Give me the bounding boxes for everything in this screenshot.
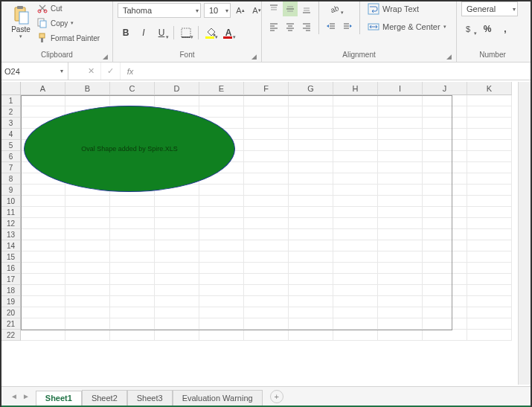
- cell[interactable]: [244, 218, 289, 229]
- cell[interactable]: [289, 118, 333, 129]
- cell[interactable]: [65, 196, 110, 207]
- cell[interactable]: [423, 173, 467, 185]
- cell[interactable]: [65, 218, 110, 229]
- cell[interactable]: [467, 106, 512, 118]
- cell[interactable]: [378, 251, 423, 263]
- column-header[interactable]: J: [423, 82, 467, 95]
- cell[interactable]: [110, 207, 155, 218]
- borders-button[interactable]: [178, 25, 194, 41]
- cell[interactable]: [378, 229, 423, 240]
- font-color-button[interactable]: A: [220, 25, 237, 41]
- cell[interactable]: [289, 196, 333, 207]
- cell[interactable]: [199, 218, 244, 229]
- row-header[interactable]: 15: [1, 251, 21, 263]
- cell[interactable]: [199, 318, 244, 330]
- cell[interactable]: [333, 263, 378, 274]
- cell[interactable]: [333, 118, 378, 129]
- cell[interactable]: [21, 274, 65, 285]
- cell[interactable]: [155, 285, 199, 296]
- row-header[interactable]: 8: [1, 173, 21, 185]
- cell[interactable]: [244, 173, 289, 185]
- cell[interactable]: [467, 330, 512, 341]
- cancel-formula-button[interactable]: ✕: [82, 63, 101, 80]
- cell[interactable]: [21, 307, 65, 318]
- cell[interactable]: [289, 330, 333, 341]
- cell[interactable]: [65, 251, 110, 263]
- cell[interactable]: [423, 274, 467, 285]
- number-format-combo[interactable]: General▾: [461, 1, 518, 16]
- cell[interactable]: [423, 151, 467, 162]
- cell[interactable]: [423, 95, 467, 106]
- cell[interactable]: [289, 307, 333, 318]
- cell[interactable]: [467, 251, 512, 263]
- cell[interactable]: [423, 285, 467, 296]
- cell[interactable]: [21, 185, 65, 196]
- cell[interactable]: [423, 240, 467, 251]
- align-left-button[interactable]: [266, 19, 281, 34]
- dialog-launcher-icon[interactable]: ◢: [446, 53, 454, 60]
- cell[interactable]: [467, 118, 512, 129]
- cell[interactable]: [21, 330, 65, 341]
- cell[interactable]: [378, 285, 423, 296]
- cell[interactable]: [467, 151, 512, 162]
- cell[interactable]: [333, 330, 378, 341]
- increase-indent-button[interactable]: [340, 19, 355, 34]
- cell[interactable]: [199, 274, 244, 285]
- cell[interactable]: [199, 196, 244, 207]
- cell[interactable]: [244, 330, 289, 341]
- row-header[interactable]: 5: [1, 140, 21, 151]
- cell[interactable]: [110, 318, 155, 330]
- font-name-combo[interactable]: Tahoma▾: [118, 3, 201, 18]
- cell[interactable]: [378, 196, 423, 207]
- row-header[interactable]: 12: [1, 218, 21, 229]
- cell[interactable]: [244, 318, 289, 330]
- sheet-tab[interactable]: Evaluation Warning: [173, 390, 263, 406]
- cell[interactable]: [244, 140, 289, 151]
- cell[interactable]: [110, 196, 155, 207]
- cell[interactable]: [289, 218, 333, 229]
- cell[interactable]: [378, 218, 423, 229]
- cell[interactable]: [199, 229, 244, 240]
- cell[interactable]: [467, 173, 512, 185]
- cell[interactable]: [423, 106, 467, 118]
- cell[interactable]: [289, 285, 333, 296]
- cell[interactable]: [423, 307, 467, 318]
- cell[interactable]: [467, 162, 512, 173]
- cell[interactable]: [155, 95, 199, 106]
- cell[interactable]: [289, 296, 333, 307]
- cell[interactable]: [467, 240, 512, 251]
- sheet-tab[interactable]: Sheet1: [36, 391, 82, 407]
- cell[interactable]: [378, 207, 423, 218]
- oval-shape[interactable]: Oval Shape added by Spire.XLS: [24, 106, 235, 192]
- cell[interactable]: [21, 240, 65, 251]
- cell[interactable]: [378, 263, 423, 274]
- cell[interactable]: [65, 240, 110, 251]
- cell[interactable]: [155, 251, 199, 263]
- row-header[interactable]: 3: [1, 118, 21, 129]
- cell[interactable]: [244, 106, 289, 118]
- row-header[interactable]: 20: [1, 307, 21, 318]
- format-painter-button[interactable]: Format Painter: [37, 31, 100, 45]
- cell[interactable]: [378, 118, 423, 129]
- merge-center-button[interactable]: Merge & Center ▾: [365, 19, 449, 34]
- cell[interactable]: [199, 263, 244, 274]
- cell[interactable]: [110, 274, 155, 285]
- cell[interactable]: [289, 263, 333, 274]
- cell[interactable]: [333, 106, 378, 118]
- cell[interactable]: [244, 251, 289, 263]
- cell[interactable]: [333, 95, 378, 106]
- cell[interactable]: [110, 229, 155, 240]
- cell[interactable]: [65, 296, 110, 307]
- cell[interactable]: [244, 207, 289, 218]
- cell[interactable]: [110, 307, 155, 318]
- cell[interactable]: [333, 140, 378, 151]
- cell[interactable]: [65, 263, 110, 274]
- cell[interactable]: [155, 307, 199, 318]
- cell[interactable]: [289, 151, 333, 162]
- worksheet-area[interactable]: ABCDEFGHIJK12345678910111213141516171819…: [1, 82, 531, 385]
- cell[interactable]: [289, 318, 333, 330]
- cell[interactable]: [244, 240, 289, 251]
- cell[interactable]: [155, 240, 199, 251]
- cell[interactable]: [21, 218, 65, 229]
- cell[interactable]: [155, 263, 199, 274]
